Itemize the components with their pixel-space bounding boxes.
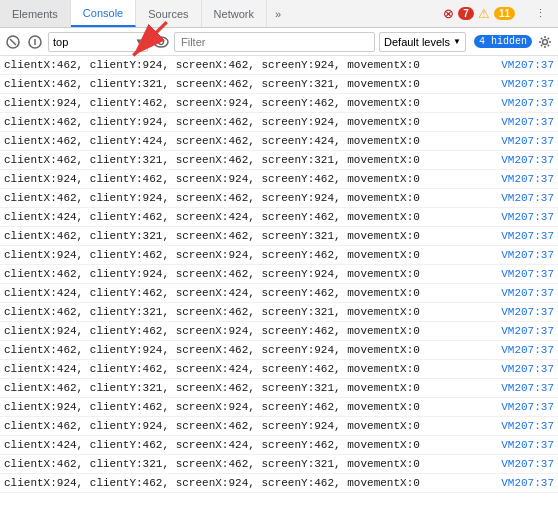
log-text: clientX:462, clientY:321, screenX:462, s… (4, 76, 501, 92)
log-text: clientX:924, clientY:462, screenX:924, s… (4, 475, 501, 491)
log-row: clientX:462, clientY:321, screenX:462, s… (0, 151, 558, 170)
log-source-link[interactable]: VM207:37 (501, 152, 554, 168)
log-source-link[interactable]: VM207:37 (501, 171, 554, 187)
context-dropdown-arrow: ▼ (135, 37, 143, 46)
warning-icon: ⚠ (478, 6, 490, 21)
log-source-link[interactable]: VM207:37 (501, 114, 554, 130)
log-row: clientX:424, clientY:462, screenX:424, s… (0, 436, 558, 455)
preserve-log-icon[interactable] (26, 33, 44, 51)
tab-bar: Elements Console Sources Network » ⊗ 7 ⚠… (0, 0, 558, 28)
log-source-link[interactable]: VM207:37 (501, 190, 554, 206)
error-warning-counts: ⊗ 7 ⚠ 11 ⋮ (437, 0, 558, 27)
context-selector[interactable]: top ▼ (48, 32, 148, 52)
tab-network[interactable]: Network (202, 0, 267, 27)
log-row: clientX:924, clientY:462, screenX:924, s… (0, 246, 558, 265)
log-text: clientX:424, clientY:462, screenX:424, s… (4, 437, 501, 453)
log-row: clientX:462, clientY:924, screenX:462, s… (0, 56, 558, 75)
log-row: clientX:462, clientY:924, screenX:462, s… (0, 189, 558, 208)
log-row: clientX:462, clientY:924, screenX:462, s… (0, 417, 558, 436)
log-row: clientX:924, clientY:462, screenX:924, s… (0, 398, 558, 417)
log-text: clientX:424, clientY:462, screenX:424, s… (4, 209, 501, 225)
log-text: clientX:462, clientY:924, screenX:462, s… (4, 190, 501, 206)
warning-count: 11 (494, 7, 515, 20)
log-source-link[interactable]: VM207:37 (501, 76, 554, 92)
console-settings-icon[interactable] (536, 33, 554, 51)
levels-selector[interactable]: Default levels ▼ (379, 32, 466, 52)
log-row: clientX:462, clientY:321, screenX:462, s… (0, 455, 558, 474)
log-text: clientX:924, clientY:462, screenX:924, s… (4, 323, 501, 339)
log-text: clientX:424, clientY:462, screenX:424, s… (4, 285, 501, 301)
log-source-link[interactable]: VM207:37 (501, 95, 554, 111)
log-source-link[interactable]: VM207:37 (501, 342, 554, 358)
log-text: clientX:462, clientY:924, screenX:462, s… (4, 266, 501, 282)
log-source-link[interactable]: VM207:37 (501, 475, 554, 491)
filter-input[interactable] (174, 32, 375, 52)
error-icon: ⊗ (443, 6, 454, 21)
log-row: clientX:462, clientY:924, screenX:462, s… (0, 265, 558, 284)
log-text: clientX:924, clientY:462, screenX:924, s… (4, 399, 501, 415)
log-row: clientX:462, clientY:321, screenX:462, s… (0, 379, 558, 398)
log-row: clientX:924, clientY:462, screenX:924, s… (0, 94, 558, 113)
clear-console-icon[interactable] (4, 33, 22, 51)
log-text: clientX:462, clientY:321, screenX:462, s… (4, 380, 501, 396)
log-text: clientX:462, clientY:321, screenX:462, s… (4, 152, 501, 168)
log-text: clientX:924, clientY:462, screenX:924, s… (4, 95, 501, 111)
log-source-link[interactable]: VM207:37 (501, 228, 554, 244)
log-text: clientX:462, clientY:924, screenX:462, s… (4, 342, 501, 358)
log-source-link[interactable]: VM207:37 (501, 437, 554, 453)
svg-point-4 (154, 37, 168, 47)
log-text: clientX:462, clientY:321, screenX:462, s… (4, 228, 501, 244)
tab-sources[interactable]: Sources (136, 0, 201, 27)
log-text: clientX:462, clientY:924, screenX:462, s… (4, 57, 501, 73)
log-text: clientX:462, clientY:321, screenX:462, s… (4, 304, 501, 320)
console-output: clientX:462, clientY:924, screenX:462, s… (0, 56, 558, 504)
svg-line-1 (10, 39, 16, 45)
log-row: clientX:462, clientY:321, screenX:462, s… (0, 303, 558, 322)
log-source-link[interactable]: VM207:37 (501, 209, 554, 225)
log-text: clientX:462, clientY:424, screenX:462, s… (4, 133, 501, 149)
log-text: clientX:462, clientY:924, screenX:462, s… (4, 114, 501, 130)
svg-point-5 (159, 39, 164, 44)
log-text: clientX:424, clientY:462, screenX:424, s… (4, 361, 501, 377)
log-source-link[interactable]: VM207:37 (501, 418, 554, 434)
settings-icon[interactable]: ⋮ (529, 7, 552, 20)
log-source-link[interactable]: VM207:37 (501, 323, 554, 339)
tab-more[interactable]: » (267, 0, 289, 27)
log-source-link[interactable]: VM207:37 (501, 133, 554, 149)
log-row: clientX:424, clientY:462, screenX:424, s… (0, 360, 558, 379)
log-row: clientX:924, clientY:462, screenX:924, s… (0, 322, 558, 341)
log-row: clientX:462, clientY:321, screenX:462, s… (0, 227, 558, 246)
log-row: clientX:424, clientY:462, screenX:424, s… (0, 284, 558, 303)
tab-console[interactable]: Console (71, 0, 136, 27)
error-count: 7 (458, 7, 474, 20)
log-text: clientX:462, clientY:924, screenX:462, s… (4, 418, 501, 434)
log-source-link[interactable]: VM207:37 (501, 304, 554, 320)
tab-elements[interactable]: Elements (0, 0, 71, 27)
hidden-count-badge: 4 hidden (474, 35, 532, 48)
log-text: clientX:462, clientY:321, screenX:462, s… (4, 456, 501, 472)
log-source-link[interactable]: VM207:37 (501, 399, 554, 415)
log-source-link[interactable]: VM207:37 (501, 57, 554, 73)
log-row: clientX:462, clientY:924, screenX:462, s… (0, 113, 558, 132)
log-row: clientX:462, clientY:424, screenX:462, s… (0, 132, 558, 151)
log-row: clientX:924, clientY:462, screenX:924, s… (0, 474, 558, 493)
log-row: clientX:462, clientY:924, screenX:462, s… (0, 341, 558, 360)
log-row: clientX:924, clientY:462, screenX:924, s… (0, 170, 558, 189)
log-row: clientX:424, clientY:462, screenX:424, s… (0, 208, 558, 227)
log-source-link[interactable]: VM207:37 (501, 247, 554, 263)
live-expressions-icon[interactable] (152, 33, 170, 51)
log-source-link[interactable]: VM207:37 (501, 266, 554, 282)
svg-point-6 (543, 39, 548, 44)
log-text: clientX:924, clientY:462, screenX:924, s… (4, 171, 501, 187)
log-text: clientX:924, clientY:462, screenX:924, s… (4, 247, 501, 263)
log-source-link[interactable]: VM207:37 (501, 456, 554, 472)
log-source-link[interactable]: VM207:37 (501, 380, 554, 396)
log-row: clientX:462, clientY:321, screenX:462, s… (0, 75, 558, 94)
log-source-link[interactable]: VM207:37 (501, 361, 554, 377)
console-toolbar: top ▼ Default levels ▼ 4 hidden (0, 28, 558, 56)
levels-arrow: ▼ (453, 37, 461, 46)
log-source-link[interactable]: VM207:37 (501, 285, 554, 301)
